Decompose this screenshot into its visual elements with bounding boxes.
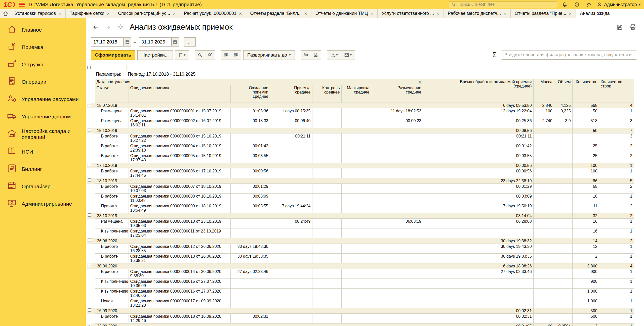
cell-volume[interactable] (554, 133, 572, 143)
group-total-time[interactable]: 00:02:31 (423, 308, 533, 314)
cell-time-avg[interactable] (423, 298, 533, 308)
sidebar-item[interactable]: Настройка склада и операций (0, 125, 86, 143)
save-report-button[interactable]: ▾ (327, 50, 341, 60)
tab[interactable]: Услуги ответственного ...× (378, 9, 444, 18)
cell-placement-avg[interactable] (371, 314, 423, 323)
cell-mass[interactable]: 100 (533, 108, 554, 118)
collapse-group-icon[interactable] (88, 239, 91, 242)
cell-mass[interactable] (533, 228, 554, 238)
cell-volume[interactable] (554, 203, 572, 213)
cell-placement-avg[interactable] (371, 203, 423, 213)
header-status[interactable]: Статус (95, 85, 129, 103)
cell-placement-avg[interactable] (371, 279, 423, 289)
group-total-qty[interactable]: 32 (572, 213, 599, 219)
group-total-lines[interactable]: 1 (599, 323, 634, 326)
collapse-group-icon[interactable] (88, 103, 91, 106)
header-volume[interactable]: Объем (554, 79, 572, 103)
cell-status[interactable]: Принята (95, 203, 129, 213)
cell-qty[interactable]: 16 (572, 219, 599, 228)
cell-marking-avg[interactable] (341, 298, 371, 308)
cell-placement-avg[interactable] (371, 289, 423, 298)
cell-time-avg[interactable]: 30 days 19:33:35 (423, 254, 533, 263)
cell-lines[interactable]: 3 (599, 118, 634, 128)
cell-lines[interactable]: 3 (599, 133, 634, 143)
group-total-mass[interactable] (533, 128, 554, 133)
report-variants-button[interactable]: ▾ (175, 50, 189, 60)
cell-placement-avg[interactable] (371, 143, 423, 153)
cell-qty[interactable]: 65 (572, 184, 599, 194)
cell-marking-avg[interactable] (341, 168, 371, 178)
cell-status[interactable]: Размещена (95, 219, 129, 228)
cell-marking-avg[interactable] (341, 254, 371, 263)
cell-control-avg[interactable] (312, 244, 341, 254)
group-date-cell[interactable]: 17.10.2019 (95, 163, 423, 168)
collapse-group-icon[interactable] (88, 213, 91, 217)
cell-volume[interactable] (554, 314, 572, 323)
header-marking[interactable]: Маркировка среднее (341, 85, 371, 103)
cell-placement-avg[interactable] (371, 228, 423, 238)
cell-wait-avg[interactable]: 30 days 19:33:35 (230, 254, 270, 263)
cell-lines[interactable]: 1 (599, 279, 634, 289)
cell-volume[interactable] (554, 153, 572, 163)
group-total-lines[interactable]: 1 (599, 163, 634, 168)
cell-time-avg[interactable]: 00:21:11 (423, 133, 533, 143)
group-total-mass[interactable] (533, 163, 554, 168)
favorite-star-icon[interactable] (116, 23, 125, 32)
group-total-volume[interactable] (554, 163, 572, 168)
cell-volume[interactable] (554, 289, 572, 298)
group-total-mass[interactable] (533, 213, 554, 219)
cell-status[interactable]: Размещена (95, 108, 129, 118)
cell-wait-avg[interactable] (230, 289, 270, 298)
cell-document[interactable]: Ожидаемая приемка 00000000008 от 18.10.2… (129, 194, 230, 203)
cell-status[interactable]: Новая (95, 298, 129, 308)
cell-marking-avg[interactable] (341, 228, 371, 238)
cell-qty[interactable]: 16 (572, 228, 599, 238)
cell-time-avg[interactable]: 00:03:55 (423, 153, 533, 163)
sidebar-item[interactable]: НСИ (0, 143, 86, 160)
group-total-lines[interactable]: 5 (599, 178, 634, 184)
cell-receive-avg[interactable] (270, 298, 312, 308)
cell-lines[interactable]: 1 (599, 269, 634, 279)
group-total-volume[interactable] (554, 128, 572, 133)
settings-button[interactable]: Настройки... (137, 50, 173, 60)
cell-wait-avg[interactable]: 01:03:36 (230, 108, 270, 118)
cell-time-avg[interactable]: 27 days 02:33:46 (423, 269, 533, 279)
cell-mass[interactable] (533, 133, 554, 143)
cell-volume[interactable] (554, 184, 572, 194)
cell-placement-avg[interactable] (371, 194, 423, 203)
tab-close-icon[interactable]: × (436, 11, 439, 16)
global-search-input[interactable] (458, 2, 555, 7)
cell-wait-avg[interactable]: 00:03:55 (230, 153, 270, 163)
cell-time-avg[interactable]: 00:01:42 (423, 143, 533, 153)
cell-status[interactable]: В работе (95, 184, 129, 194)
cell-receive-avg[interactable] (270, 194, 312, 203)
favorites-star-icon[interactable] (585, 0, 593, 9)
group-total-qty[interactable]: 568 (572, 103, 599, 108)
group-total-lines[interactable]: 4 (599, 263, 634, 269)
group-total-mass[interactable] (533, 263, 554, 269)
tab-close-icon[interactable]: × (569, 11, 572, 16)
cell-document[interactable]: Ожидаемая приемка 00000000011 от 23.10.2… (129, 228, 230, 238)
cell-wait-avg[interactable]: 00:01:42 (230, 143, 270, 153)
cell-time-avg[interactable]: 00:25:36 (423, 118, 533, 128)
cell-document[interactable]: Ожидаемая приемка 00000000015 от 27.07.2… (129, 279, 230, 289)
selected-cell[interactable] (94, 65, 127, 70)
cell-marking-avg[interactable] (341, 153, 371, 163)
cell-time-avg[interactable]: 00:02:31 (423, 314, 533, 323)
print-icon[interactable] (628, 23, 637, 32)
cell-time-avg[interactable]: 00:00:56 (423, 168, 533, 178)
cell-control-avg[interactable] (312, 153, 341, 163)
main-menu-icon[interactable] (19, 2, 25, 7)
home-tab[interactable] (0, 9, 11, 18)
cell-mass[interactable] (533, 269, 554, 279)
group-total-qty[interactable]: 3 800 (572, 263, 599, 269)
cell-status[interactable]: В работе (95, 269, 129, 279)
history-icon[interactable] (573, 0, 581, 9)
cell-lines[interactable]: 2 (599, 153, 634, 163)
tab[interactable]: Отчеты раздела "Билл...× (246, 9, 311, 18)
cell-receive-avg[interactable] (270, 314, 312, 323)
group-total-mass[interactable]: 2 840 (533, 103, 554, 108)
expand-to-button[interactable]: Разворачивать до ▾ (243, 50, 295, 60)
tab[interactable]: Установки тарифов× (11, 9, 66, 18)
cell-placement-avg[interactable]: 11 days 18:02:53 (371, 108, 423, 118)
